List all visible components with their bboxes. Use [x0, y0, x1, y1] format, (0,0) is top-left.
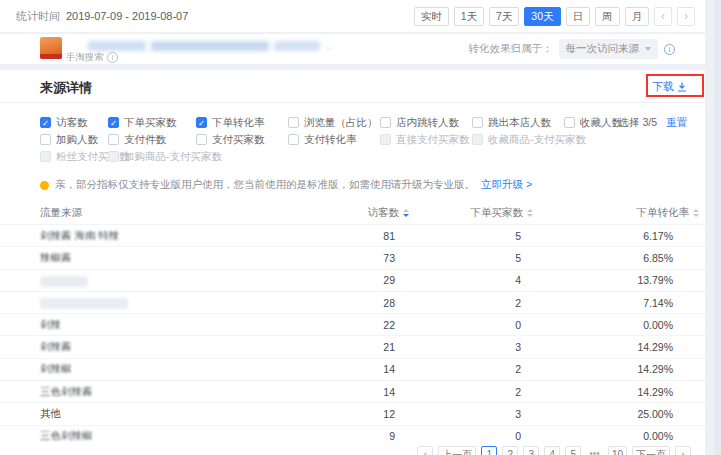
time-range-button[interactable]: 实时 — [414, 7, 449, 26]
visitors-cell: 14 — [295, 386, 415, 398]
download-button[interactable]: 下载 — [652, 79, 687, 94]
time-range-button[interactable]: 7天 — [489, 7, 519, 26]
info-icon[interactable]: i — [664, 44, 675, 55]
metric-checkbox-item: 加购商品-支付买家数 — [108, 150, 196, 164]
buyers-cell: 3 — [415, 408, 539, 420]
info-icon[interactable]: i — [107, 52, 118, 63]
conversion-cell: 0.00% — [539, 319, 705, 331]
time-range-button[interactable]: 周 — [595, 7, 620, 26]
checkbox[interactable] — [288, 117, 299, 128]
sort-icon[interactable] — [403, 209, 409, 217]
source-label: 剁辣酱 — [40, 340, 72, 352]
metric-checkbox-item[interactable]: 跳出本店人数 — [472, 116, 564, 130]
page-title: 来源详情 — [40, 79, 92, 97]
pagination-item[interactable]: ‹ — [417, 446, 433, 455]
pagination-item[interactable]: 3 — [523, 446, 539, 455]
column-source: 流量来源 — [0, 206, 295, 220]
time-range-button[interactable]: 1天 — [454, 7, 484, 26]
pagination-item[interactable]: › — [675, 446, 691, 455]
table-row: 三色剁辣酱14214.29% — [0, 380, 705, 402]
stat-time-bar: 统计时间 2019-07-09 - 2019-08-07 实时1天7天30天日周… — [0, 0, 705, 33]
pagination-item[interactable]: 上一页 — [438, 446, 476, 455]
table-row: 辣椒酱7356.85% — [0, 246, 705, 268]
notice-dot-icon — [40, 181, 49, 190]
checkbox[interactable] — [380, 117, 391, 128]
conversion-cell: 0.00% — [539, 430, 705, 442]
conversion-cell: 25.00% — [539, 408, 705, 420]
checkbox[interactable] — [196, 134, 207, 145]
source-table: 流量来源 访客数 下单买家数 下单转化率 剁辣酱 海南 特辣8156.17%辣椒… — [0, 202, 705, 447]
checkbox[interactable] — [108, 134, 119, 145]
checkbox[interactable] — [40, 134, 51, 145]
metric-checkbox-item[interactable]: ✓下单转化率 — [196, 116, 288, 130]
table-body: 剁辣酱 海南 特辣8156.17%辣椒酱7356.85%29413.79%282… — [0, 224, 705, 447]
checkbox[interactable]: ✓ — [108, 117, 119, 128]
attribution-label: 转化效果归属于： — [469, 42, 553, 56]
metric-label: 收藏商品-支付买家数 — [488, 133, 586, 147]
source-label: 辣椒酱 — [40, 251, 72, 263]
pagination-item[interactable]: 2 — [502, 446, 518, 455]
next-period-button[interactable]: › — [677, 7, 695, 26]
source-label: 三色剁辣酱 — [40, 385, 93, 397]
pagination: ‹上一页12345•••10下一页› — [417, 446, 691, 455]
pagination-item[interactable]: 1 — [481, 446, 497, 455]
download-icon — [677, 82, 687, 92]
column-visitors[interactable]: 访客数 — [295, 206, 415, 220]
upgrade-notice: 亲，部分指标仅支持专业版用户使用，您当前使用的是标准版，如需使用请升级为专业版。… — [40, 178, 705, 192]
checkbox[interactable]: ✓ — [40, 117, 51, 128]
reset-link[interactable]: 重置 — [666, 116, 687, 128]
column-conversion[interactable]: 下单转化率 — [539, 206, 705, 220]
conversion-cell: 14.29% — [539, 386, 705, 398]
table-row: 三色剁辣椒900.00% — [0, 425, 705, 447]
buyers-cell: 2 — [415, 297, 539, 309]
metric-checkbox-item[interactable]: 加购人数 — [40, 133, 108, 147]
table-row: 29413.79% — [0, 269, 705, 291]
pagination-item: ••• — [586, 446, 603, 455]
buyers-cell: 0 — [415, 319, 539, 331]
checkbox — [108, 151, 119, 162]
metric-checkbox-item[interactable]: 店内跳转人数 — [380, 116, 472, 130]
metric-checkbox-item: 直接支付买家数 — [380, 133, 472, 147]
metric-checkbox-item[interactable]: 浏览量（占比） — [288, 116, 380, 130]
checkbox[interactable] — [288, 134, 299, 145]
sort-icon[interactable] — [693, 209, 699, 217]
visitors-cell: 81 — [295, 230, 415, 242]
time-range-button[interactable]: 日 — [566, 7, 591, 26]
time-range-button[interactable]: 月 — [625, 7, 650, 26]
date-range-value[interactable]: 2019-07-09 - 2019-08-07 — [66, 10, 188, 22]
pagination-item[interactable]: 下一页 — [632, 446, 670, 455]
checkbox[interactable] — [472, 117, 483, 128]
metric-checkbox-item[interactable]: 支付转化率 — [288, 133, 380, 147]
prev-period-button[interactable]: ‹ — [654, 7, 672, 26]
checkbox[interactable] — [564, 117, 575, 128]
time-range-button[interactable]: 30天 — [524, 7, 560, 26]
buyers-cell: 0 — [415, 430, 539, 442]
checkbox — [380, 134, 391, 145]
metric-label: 跳出本店人数 — [488, 116, 551, 130]
metric-checkbox-item[interactable]: 支付件数 — [108, 133, 196, 147]
source-label: 其他 — [40, 407, 61, 419]
metric-row: ✓访客数✓下单买家数✓下单转化率浏览量（占比）店内跳转人数跳出本店人数收藏人数 — [40, 114, 705, 131]
source-cell: 其他 — [0, 407, 295, 421]
pagination-item[interactable]: 10 — [608, 446, 627, 455]
metric-checkbox-item: 收藏商品-支付买家数 — [472, 133, 564, 147]
visitors-cell: 9 — [295, 430, 415, 442]
scrollbar[interactable] — [714, 0, 721, 455]
redacted-text — [40, 276, 88, 287]
table-row: 剁辣2200.00% — [0, 313, 705, 335]
table-header: 流量来源 访客数 下单买家数 下单转化率 — [0, 202, 705, 224]
selection-count: 选择 3/5 — [619, 116, 658, 128]
column-buyers[interactable]: 下单买家数 — [415, 206, 539, 220]
sort-icon[interactable] — [527, 209, 533, 217]
pagination-item[interactable]: 4 — [544, 446, 560, 455]
metric-checkbox-item[interactable]: ✓访客数 — [40, 116, 108, 130]
pagination-item[interactable]: 5 — [565, 446, 581, 455]
metric-label: 支付买家数 — [212, 133, 265, 147]
metric-checkbox-item[interactable]: ✓下单买家数 — [108, 116, 196, 130]
metric-label: 支付件数 — [124, 133, 166, 147]
upgrade-link[interactable]: 立即升级 > — [481, 178, 532, 192]
source-cell: 剁辣椒 — [0, 362, 295, 376]
attribution-select[interactable]: 每一次访问来源 — [559, 39, 659, 59]
checkbox[interactable]: ✓ — [196, 117, 207, 128]
metric-checkbox-item[interactable]: 支付买家数 — [196, 133, 288, 147]
